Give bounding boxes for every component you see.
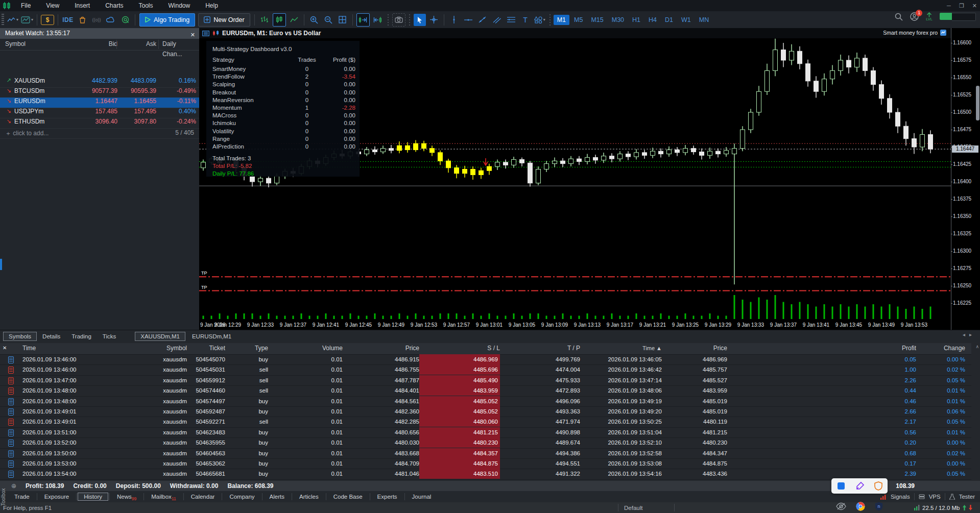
- cloud-icon[interactable]: [105, 14, 117, 26]
- market-watch-row-ETHUSDm[interactable]: ↘ETHUSDm3096.403097.80-0.24%: [0, 118, 199, 129]
- shield-n-icon[interactable]: n: [875, 502, 883, 511]
- toolbox-tab-calendar[interactable]: Calendar: [185, 493, 221, 501]
- trendline-tool-icon[interactable]: [476, 14, 489, 26]
- menu-item-help[interactable]: Help: [198, 2, 226, 9]
- chrome-icon[interactable]: [856, 502, 865, 511]
- table-row[interactable]: 2026.01.09 13:52:00xauusdm504635955buy0.…: [0, 437, 971, 448]
- auto-scroll-icon[interactable]: [356, 13, 370, 27]
- toolbox-tab-alerts[interactable]: Alerts: [264, 493, 291, 501]
- menu-item-window[interactable]: Window: [161, 2, 198, 9]
- toolbox-tab-company[interactable]: Company: [223, 493, 260, 501]
- new-order-button[interactable]: New Order: [198, 13, 250, 27]
- timeframe-mn[interactable]: MN: [696, 15, 712, 25]
- timeframe-m15[interactable]: M15: [587, 15, 607, 25]
- screenshot-camera-icon[interactable]: [392, 13, 405, 27]
- zoom-in-icon[interactable]: [308, 14, 320, 26]
- menu-item-charts[interactable]: Charts: [98, 2, 131, 9]
- col-header-0[interactable]: Time: [22, 343, 131, 353]
- toolbox-tab-exposure[interactable]: Exposure: [38, 493, 76, 501]
- time-axis[interactable]: 9 Jan 20269 Jan 12:299 Jan 12:339 Jan 12…: [199, 321, 951, 330]
- candle-chart-mode-icon[interactable]: [273, 13, 286, 27]
- table-row[interactable]: 2026.01.09 13:50:00xauusdm504604563buy0.…: [0, 448, 971, 459]
- menu-item-insert[interactable]: Insert: [67, 2, 98, 9]
- chart-type-menu-icon[interactable]: [7, 14, 19, 26]
- toolbox-tab-mailbox[interactable]: Mailbox11: [145, 493, 182, 501]
- cursor-tool-icon[interactable]: [414, 14, 426, 26]
- ide-button[interactable]: IDE: [62, 14, 74, 26]
- vertical-line-tool-icon[interactable]: [448, 14, 460, 26]
- notifications-icon[interactable]: 1: [910, 12, 919, 21]
- col-header-10[interactable]: Profit: [727, 343, 916, 353]
- toolbox-vertical-label[interactable]: Toolbox: [1, 482, 8, 512]
- mw-col-3[interactable]: Daily Chan...: [162, 39, 197, 49]
- table-row[interactable]: 2026.01.09 13:54:00xauusdm504665681buy0.…: [0, 469, 971, 479]
- toolbar-grip[interactable]: [2, 14, 4, 26]
- shapes-tool-icon[interactable]: [534, 14, 546, 26]
- horizontal-line-tool-icon[interactable]: [462, 14, 474, 26]
- menu-item-file[interactable]: File: [13, 2, 38, 9]
- add-symbol-row[interactable]: ＋ click to add...: [5, 129, 49, 138]
- connection-status-widget[interactable]: [940, 13, 976, 21]
- mw-tab-trading[interactable]: Trading: [66, 332, 97, 341]
- expand-icon[interactable]: ⊕: [11, 482, 16, 490]
- profile-selector[interactable]: Default: [624, 505, 642, 511]
- chart-window[interactable]: EURUSDm, M1: Euro vs US Dollar Smart mon…: [199, 28, 980, 330]
- blue-square-icon[interactable]: [836, 481, 846, 491]
- history-table-header[interactable]: TimeSymbolTicketTypeVolumePriceS / LT / …: [0, 343, 971, 355]
- fibonacci-tool-icon[interactable]: [505, 14, 517, 26]
- table-row[interactable]: 2026.01.09 13:48:00xauusdm504574497buy0.…: [0, 396, 971, 407]
- table-row[interactable]: 2026.01.09 13:49:01xauusdm504592487buy0.…: [0, 406, 971, 417]
- close-button[interactable]: ✕: [972, 3, 977, 9]
- zoom-out-icon[interactable]: [322, 14, 334, 26]
- toolbox-tab-code-base[interactable]: Code Base: [327, 493, 369, 501]
- level-up-icon[interactable]: LVL: [926, 12, 933, 21]
- col-header-5[interactable]: Price: [343, 343, 419, 353]
- table-row[interactable]: 2026.01.09 13:49:01xauusdm504592271sell0…: [0, 417, 971, 427]
- col-header-6[interactable]: S / L: [419, 343, 500, 353]
- table-row[interactable]: 2026.01.09 13:46:00xauusdm504545070buy0.…: [0, 354, 971, 365]
- table-row[interactable]: 2026.01.09 13:53:00xauusdm504653062buy0.…: [0, 458, 971, 469]
- crosshair-tool-icon[interactable]: [428, 14, 440, 26]
- market-bag-icon[interactable]: [76, 14, 88, 26]
- col-header-2[interactable]: Ticket: [187, 343, 225, 353]
- shield-icon[interactable]: [874, 481, 882, 491]
- toolbox-tab-experts[interactable]: Experts: [371, 493, 403, 501]
- chart-preview-icon[interactable]: [21, 14, 33, 26]
- copy-trading-icon[interactable]: [119, 14, 131, 26]
- toolbox-scrollbar[interactable]: ∧: [975, 344, 979, 349]
- table-row[interactable]: 2026.01.09 13:46:00xauusdm504545031sell0…: [0, 364, 971, 375]
- line-chart-mode-icon[interactable]: [288, 14, 300, 26]
- channel-tool-icon[interactable]: [491, 14, 503, 26]
- col-header-8[interactable]: Time ▲: [580, 343, 662, 353]
- currency-icon[interactable]: $: [41, 15, 54, 25]
- market-watch-row-BTCUSDm[interactable]: ↘BTCUSDm90577.3990595.39-0.49%: [0, 87, 199, 98]
- market-watch-header[interactable]: SymbolBidAskDaily Chan...: [0, 39, 199, 51]
- col-header-4[interactable]: Volume: [268, 343, 343, 353]
- table-row[interactable]: 2026.01.09 13:48:00xauusdm504574460sell0…: [0, 385, 971, 396]
- toolbox-tab-trade[interactable]: Trade: [8, 493, 36, 501]
- col-header-3[interactable]: Type: [225, 343, 268, 353]
- menu-item-tools[interactable]: Tools: [131, 2, 161, 9]
- timeframe-m5[interactable]: M5: [570, 15, 586, 25]
- eye-off-icon[interactable]: [836, 502, 846, 510]
- mw-tab-ticks[interactable]: Ticks: [97, 332, 122, 341]
- search-icon[interactable]: [895, 13, 903, 21]
- vps-label[interactable]: VPS: [929, 494, 941, 500]
- signals-label[interactable]: Signals: [891, 494, 910, 500]
- toolbox-tab-history[interactable]: History: [78, 493, 108, 501]
- mw-tab-details[interactable]: Details: [37, 332, 66, 341]
- chart-tab-xauusdmm1[interactable]: XAUUSDm,M1: [135, 332, 185, 341]
- price-axis[interactable]: 1.166001.165751.165501.165251.165001.164…: [951, 28, 980, 330]
- maximize-button[interactable]: ❐: [959, 3, 964, 9]
- table-row[interactable]: 2026.01.09 13:47:00xauusdm504559912sell0…: [0, 375, 971, 386]
- tile-windows-icon[interactable]: [337, 14, 349, 26]
- mw-col-0[interactable]: Symbol: [5, 39, 61, 49]
- table-row[interactable]: 2026.01.09 13:51:00xauusdm504623483buy0.…: [0, 427, 971, 438]
- market-watch-row-XAUUSDm[interactable]: ↗XAUUSDm4482.9394483.0990.16%: [0, 77, 199, 88]
- col-header-11[interactable]: Change: [916, 343, 965, 353]
- timeframe-h4[interactable]: H4: [645, 15, 660, 25]
- timeframe-w1[interactable]: W1: [678, 15, 695, 25]
- mw-col-2[interactable]: Ask: [118, 39, 156, 49]
- toolbox-tab-journal[interactable]: Journal: [406, 493, 438, 501]
- toolbox-close-icon[interactable]: ✕: [3, 345, 7, 351]
